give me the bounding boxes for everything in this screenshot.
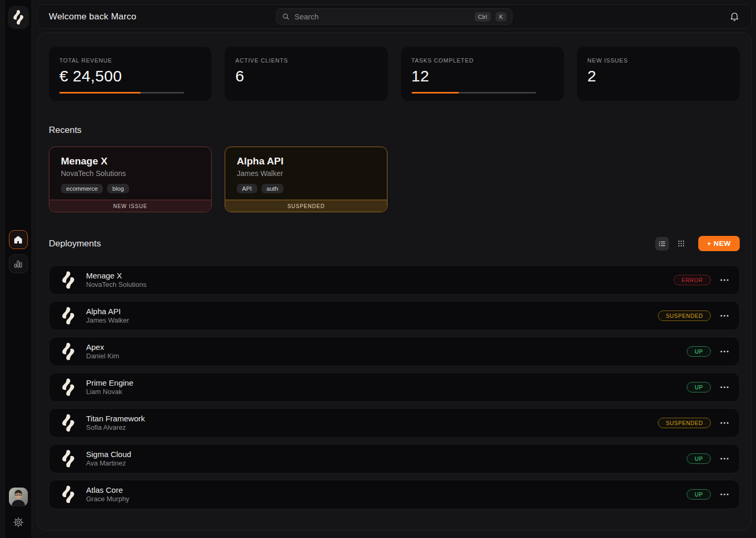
bar-chart-icon bbox=[13, 259, 23, 269]
deployment-row-alpha-api[interactable]: Alpha API James Walker SUSPENDED bbox=[49, 301, 740, 330]
stat-value: 2 bbox=[587, 67, 729, 85]
ellipsis-icon bbox=[720, 493, 729, 495]
ellipsis-icon bbox=[720, 350, 729, 353]
page-title: Welcome back Marco bbox=[49, 12, 136, 22]
deployment-row-atlas-core[interactable]: Atlas Core Grace Murphy UP bbox=[49, 480, 740, 509]
deployment-title: Atlas Core bbox=[86, 485, 129, 495]
deployment-row-titan-framework[interactable]: Titan Framework Sofia Alvarez SUSPENDED bbox=[49, 408, 740, 438]
deployment-row-menage-x[interactable]: Menage X NovaTech Solutions ERROR bbox=[49, 265, 740, 295]
app-logo-tile[interactable] bbox=[8, 6, 29, 29]
deployment-row-apex[interactable]: Apex Daniel Kim UP bbox=[49, 337, 740, 366]
row-right: SUSPENDED bbox=[658, 311, 729, 321]
tag: blog bbox=[107, 184, 129, 193]
row-right: SUSPENDED bbox=[658, 418, 729, 428]
search-icon bbox=[282, 13, 290, 20]
stat-value: 6 bbox=[235, 67, 377, 85]
new-deployment-button[interactable]: + NEW bbox=[698, 236, 740, 251]
main-content: TOTAL REVENUE € 24,500 ACTIVE CLIENTS 6 … bbox=[37, 33, 752, 531]
ellipsis-icon bbox=[720, 279, 729, 281]
app-logo-icon bbox=[10, 9, 26, 25]
row-text: Apex Daniel Kim bbox=[86, 343, 119, 360]
stat-label: TASKS COMPLETED bbox=[412, 57, 553, 64]
list-view-toggle[interactable] bbox=[655, 237, 669, 251]
tag: ecommerce bbox=[61, 184, 103, 193]
stat-card-total-revenue: TOTAL REVENUE € 24,500 bbox=[49, 47, 212, 101]
recent-card-status-strip: SUSPENDED bbox=[225, 200, 387, 212]
stat-label: TOTAL REVENUE bbox=[59, 57, 201, 64]
stat-card-new-issues: NEW ISSUES 2 bbox=[577, 47, 740, 101]
status-badge: ERROR bbox=[674, 275, 711, 285]
recent-card-alpha-api[interactable]: Alpha API James Walker API auth SUSPENDE… bbox=[225, 147, 387, 212]
bell-icon bbox=[729, 11, 740, 22]
grid-view-toggle[interactable] bbox=[675, 237, 688, 251]
recent-card-title: Menage X bbox=[61, 156, 200, 167]
deployment-title: Menage X bbox=[86, 271, 146, 281]
sidebar-item-analytics[interactable] bbox=[9, 254, 28, 273]
deployment-subtitle: James Walker bbox=[86, 316, 129, 325]
stat-value: 12 bbox=[412, 67, 553, 85]
list-view-icon bbox=[658, 240, 666, 248]
status-badge: UP bbox=[687, 453, 711, 464]
deployments-controls: + NEW bbox=[655, 236, 740, 251]
project-logo-icon bbox=[59, 342, 78, 361]
deployment-subtitle: Sofia Alvarez bbox=[86, 423, 145, 432]
project-logo-icon bbox=[59, 449, 78, 468]
row-right: ERROR bbox=[674, 275, 729, 285]
deployment-title: Sigma Cloud bbox=[86, 450, 131, 459]
deployment-title: Alpha API bbox=[86, 307, 129, 316]
ellipsis-icon bbox=[720, 315, 729, 317]
recent-card-subtitle: James Walker bbox=[237, 169, 375, 178]
ellipsis-icon bbox=[720, 386, 729, 388]
project-logo-icon bbox=[59, 271, 78, 289]
deployments-heading: Deployments bbox=[49, 239, 101, 249]
stats-row: TOTAL REVENUE € 24,500 ACTIVE CLIENTS 6 … bbox=[49, 47, 740, 101]
row-menu-button[interactable] bbox=[720, 420, 729, 426]
recent-card-menage-x[interactable]: Menage X NovaTech Solutions ecommerce bl… bbox=[49, 147, 212, 212]
project-logo-icon bbox=[59, 378, 78, 397]
row-text: Sigma Cloud Ava Martinez bbox=[86, 450, 131, 468]
ellipsis-icon bbox=[720, 458, 729, 460]
stat-value: € 24,500 bbox=[59, 67, 201, 85]
row-right: UP bbox=[687, 382, 729, 392]
row-menu-button[interactable] bbox=[720, 456, 729, 462]
notifications-button[interactable] bbox=[729, 11, 740, 22]
row-menu-button[interactable] bbox=[720, 348, 729, 355]
deployment-title: Titan Framework bbox=[86, 414, 145, 423]
sidebar-bottom bbox=[9, 488, 28, 530]
deployment-subtitle: Liam Novak bbox=[86, 388, 133, 396]
sidebar-nav bbox=[9, 230, 28, 273]
status-badge: SUSPENDED bbox=[658, 418, 711, 428]
search-bar[interactable]: Ctrl K bbox=[276, 8, 512, 25]
stat-label: ACTIVE CLIENTS bbox=[235, 57, 377, 64]
row-menu-button[interactable] bbox=[720, 384, 729, 390]
deployment-subtitle: Grace Murphy bbox=[86, 495, 129, 503]
ellipsis-icon bbox=[720, 422, 729, 424]
recent-card-title: Alpha API bbox=[237, 156, 375, 167]
sidebar-item-home[interactable] bbox=[9, 230, 28, 249]
user-avatar[interactable] bbox=[9, 488, 28, 506]
row-right: UP bbox=[687, 453, 729, 464]
recents-heading: Recents bbox=[49, 125, 740, 136]
sidebar bbox=[4, 0, 32, 538]
deployments-header: Deployments + NEW bbox=[49, 236, 740, 251]
deployment-row-sigma-cloud[interactable]: Sigma Cloud Ava Martinez UP bbox=[49, 444, 740, 473]
recent-card-tags: ecommerce blog bbox=[61, 184, 200, 193]
shortcut-key-k: K bbox=[496, 12, 507, 22]
status-badge: SUSPENDED bbox=[658, 311, 711, 321]
project-logo-icon bbox=[59, 485, 78, 504]
row-menu-button[interactable] bbox=[720, 313, 729, 319]
deployment-subtitle: Daniel Kim bbox=[86, 352, 119, 360]
tag: auth bbox=[261, 184, 284, 193]
project-logo-icon bbox=[59, 306, 78, 325]
search-input[interactable] bbox=[295, 13, 470, 21]
row-menu-button[interactable] bbox=[720, 491, 729, 498]
revenue-progress-track bbox=[59, 92, 184, 94]
row-menu-button[interactable] bbox=[720, 277, 729, 283]
deployment-subtitle: Ava Martinez bbox=[86, 459, 131, 468]
deployment-row-prime-engine[interactable]: Prime Engine Liam Novak UP bbox=[49, 373, 740, 402]
tasks-progress-fill bbox=[412, 92, 459, 94]
tasks-progress-track bbox=[412, 92, 537, 94]
settings-button[interactable] bbox=[11, 515, 26, 530]
top-header: Welcome back Marco Ctrl K bbox=[37, 4, 752, 29]
row-text: Alpha API James Walker bbox=[86, 307, 129, 325]
